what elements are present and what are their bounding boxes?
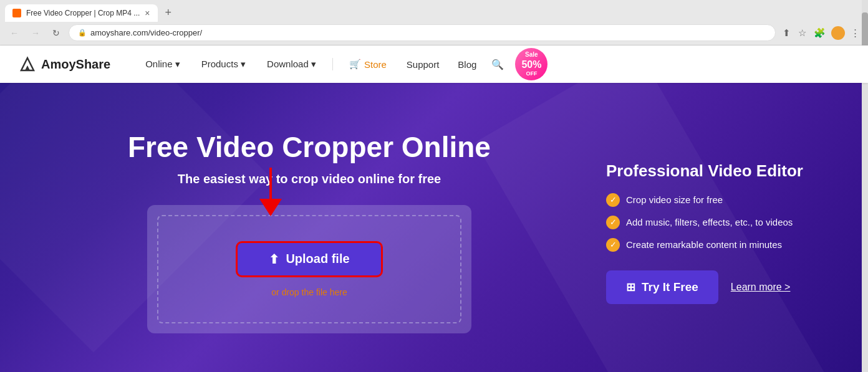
hero-left: Free Video Cropper Online The easiest wa… [50, 131, 569, 333]
check-icon-2: ✓ [606, 216, 620, 229]
windows-icon: ⊞ [626, 280, 635, 294]
active-tab[interactable]: Free Video Cropper | Crop MP4 ... × [5, 4, 158, 22]
feature-list: ✓ Crop video size for free ✓ Add music, … [606, 193, 818, 252]
navbar: AmoyShare Online ▾ Products ▾ Download ▾… [0, 45, 868, 83]
nav-blog[interactable]: Blog [449, 54, 485, 75]
arrow-head [259, 199, 282, 216]
address-actions: ⬆ ☆ 🧩 ⋮ [781, 26, 862, 41]
try-free-button[interactable]: ⊞ Try It Free [606, 270, 718, 304]
profile-avatar[interactable] [831, 26, 845, 40]
upload-label: Upload file [286, 252, 349, 266]
nav-support[interactable]: Support [398, 54, 448, 75]
search-button[interactable]: 🔍 [486, 54, 509, 75]
pro-editor-title: Professional Video Editor [606, 161, 818, 181]
logo-link[interactable]: AmoyShare [19, 55, 110, 73]
hero-title: Free Video Cropper Online [128, 131, 491, 163]
feature-item-2: ✓ Add music, filters, effects, etc., to … [606, 216, 818, 229]
hero-section: Free Video Cropper Online The easiest wa… [0, 83, 868, 372]
lock-icon: 🔒 [78, 29, 87, 37]
extensions-button[interactable]: 🧩 [812, 26, 827, 41]
try-btn-label: Try It Free [642, 280, 698, 294]
browser-chrome: Free Video Cropper | Crop MP4 ... × + ← … [0, 0, 868, 45]
feature-item-3: ✓ Create remarkable content in minutes [606, 238, 818, 252]
drop-text: or drop the file here [271, 287, 347, 297]
logo-icon [19, 55, 36, 73]
address-bar: ← → ↻ 🔒 amoyshare.com/video-cropper/ ⬆ ☆… [0, 22, 868, 45]
logo-text: AmoyShare [41, 57, 110, 72]
upload-inner: ⬆ Upload file or drop the file here [157, 215, 461, 323]
back-button[interactable]: ← [6, 26, 22, 41]
sale-badge[interactable]: Sale 50% OFF [515, 48, 547, 80]
feature-text-1: Crop video size for free [626, 194, 723, 205]
cta-row: ⊞ Try It Free Learn more > [606, 270, 818, 304]
feature-text-3: Create remarkable content in minutes [626, 239, 782, 250]
nav-separator [332, 58, 333, 70]
hero-right: Professional Video Editor ✓ Crop video s… [569, 161, 818, 304]
feature-item-1: ✓ Crop video size for free [606, 193, 818, 207]
nav-links: Online ▾ Products ▾ Download ▾ 🛒 Store S… [135, 48, 849, 80]
cart-icon: 🛒 [349, 59, 361, 70]
upload-icon: ⬆ [269, 252, 279, 267]
refresh-button[interactable]: ↻ [49, 26, 64, 41]
svg-marker-1 [25, 65, 30, 70]
nav-store[interactable]: 🛒 Store [339, 54, 397, 75]
nav-products[interactable]: Products ▾ [191, 54, 256, 75]
learn-more-link[interactable]: Learn more > [731, 282, 791, 293]
scrollbar-thumb[interactable] [862, 12, 868, 50]
nav-online[interactable]: Online ▾ [135, 54, 190, 75]
tab-favicon [12, 9, 21, 17]
nav-download[interactable]: Download ▾ [257, 54, 326, 75]
arrow-line [269, 168, 272, 199]
sale-off: OFF [526, 70, 537, 77]
tab-close-button[interactable]: × [145, 8, 150, 18]
upload-box: ⬆ Upload file or drop the file here [147, 205, 471, 333]
share-button[interactable]: ⬆ [781, 26, 793, 41]
feature-text-2: Add music, filters, effects, etc., to vi… [626, 217, 793, 227]
upload-button[interactable]: ⬆ Upload file [236, 241, 382, 277]
new-tab-button[interactable]: + [160, 4, 177, 22]
website: AmoyShare Online ▾ Products ▾ Download ▾… [0, 45, 868, 372]
red-arrow [259, 168, 282, 216]
check-icon-1: ✓ [606, 193, 620, 207]
hero-subtitle: The easiest way to crop video online for… [178, 172, 441, 186]
url-bar[interactable]: 🔒 amoyshare.com/video-cropper/ [69, 24, 776, 41]
bookmark-button[interactable]: ☆ [796, 26, 808, 41]
url-text: amoyshare.com/video-cropper/ [90, 28, 202, 37]
sale-text: Sale [525, 51, 538, 59]
check-icon-3: ✓ [606, 238, 620, 252]
forward-button[interactable]: → [27, 26, 44, 41]
store-label: Store [364, 59, 387, 70]
sale-percent: 50% [521, 59, 541, 70]
tab-title: Free Video Cropper | Crop MP4 ... [26, 9, 140, 17]
menu-button[interactable]: ⋮ [849, 26, 862, 41]
tab-bar: Free Video Cropper | Crop MP4 ... × + [0, 0, 868, 22]
